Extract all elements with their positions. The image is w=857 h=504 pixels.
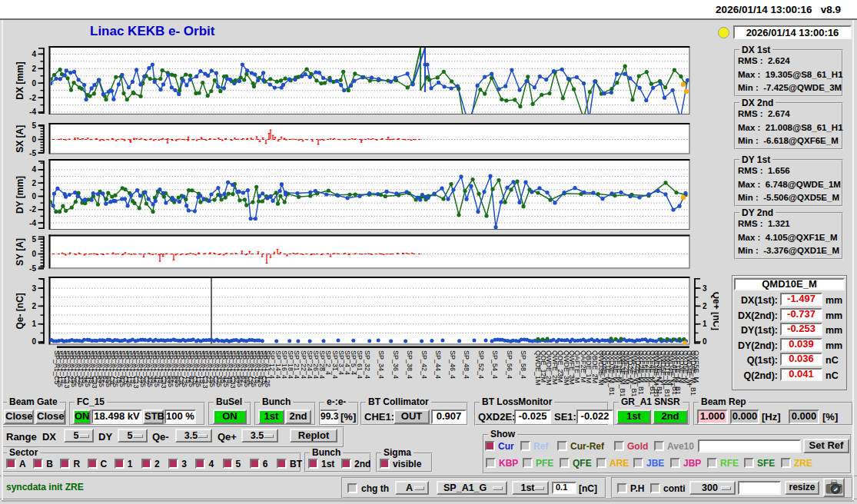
svg-text:SX [A]: SX [A] xyxy=(15,125,25,153)
svg-text:4: 4 xyxy=(32,165,36,174)
svg-text:5: 5 xyxy=(32,121,36,130)
svg-text:-2: -2 xyxy=(29,94,36,102)
svg-text:SP_36_4: SP_36_4 xyxy=(392,350,400,379)
svg-text:SP_61_4: SP_61_4 xyxy=(356,350,364,379)
svg-text:SP_38_4: SP_38_4 xyxy=(406,350,414,379)
svg-text:0: 0 xyxy=(32,79,36,88)
svg-text:DX [mm]: DX [mm] xyxy=(15,61,25,99)
svg-text:2: 2 xyxy=(703,302,707,310)
svg-text:5: 5 xyxy=(32,235,36,244)
svg-text:0: 0 xyxy=(32,337,36,346)
svg-text:SP_48_4: SP_48_4 xyxy=(463,350,470,379)
svg-text:SP_58_4: SP_58_4 xyxy=(520,350,527,379)
svg-text:DY [mm]: DY [mm] xyxy=(15,176,25,214)
svg-text:SY [A]: SY [A] xyxy=(15,238,25,266)
svg-text:4: 4 xyxy=(32,50,36,58)
svg-text:-4: -4 xyxy=(29,219,36,227)
svg-text:1: 1 xyxy=(703,320,707,328)
svg-text:SP_42_4: SP_42_4 xyxy=(420,350,428,379)
svg-text:Qe- [nC]: Qe- [nC] xyxy=(15,293,25,329)
svg-text:SP_46_4: SP_46_4 xyxy=(449,350,457,379)
svg-text:3: 3 xyxy=(32,284,36,293)
svg-text:0: 0 xyxy=(32,192,36,201)
svg-text:-2: -2 xyxy=(29,205,36,214)
svg-text:0: 0 xyxy=(32,250,36,258)
svg-text:3: 3 xyxy=(703,284,707,293)
svg-text:SP_34_4: SP_34_4 xyxy=(377,350,385,379)
svg-text:1: 1 xyxy=(32,320,36,328)
svg-text:Qe+ [nC]: Qe+ [nC] xyxy=(711,292,719,330)
svg-text:QXF5E_M: QXF5E_M xyxy=(693,350,700,383)
svg-text:-5: -5 xyxy=(29,264,36,273)
svg-text:SP_44_4: SP_44_4 xyxy=(434,350,442,379)
svg-text:-4: -4 xyxy=(29,108,36,116)
svg-text:SP_56_4: SP_56_4 xyxy=(506,350,513,379)
svg-text:2: 2 xyxy=(32,65,36,73)
svg-text:SP_52_4: SP_52_4 xyxy=(477,350,485,379)
svg-text:-5: -5 xyxy=(29,149,36,158)
svg-text:2: 2 xyxy=(32,179,36,187)
svg-text:0: 0 xyxy=(703,337,707,346)
svg-text:SP_54_4: SP_54_4 xyxy=(491,350,499,379)
svg-text:SP_32_4: SP_32_4 xyxy=(364,350,371,379)
svg-text:2: 2 xyxy=(32,302,36,310)
svg-text:0: 0 xyxy=(32,135,36,144)
